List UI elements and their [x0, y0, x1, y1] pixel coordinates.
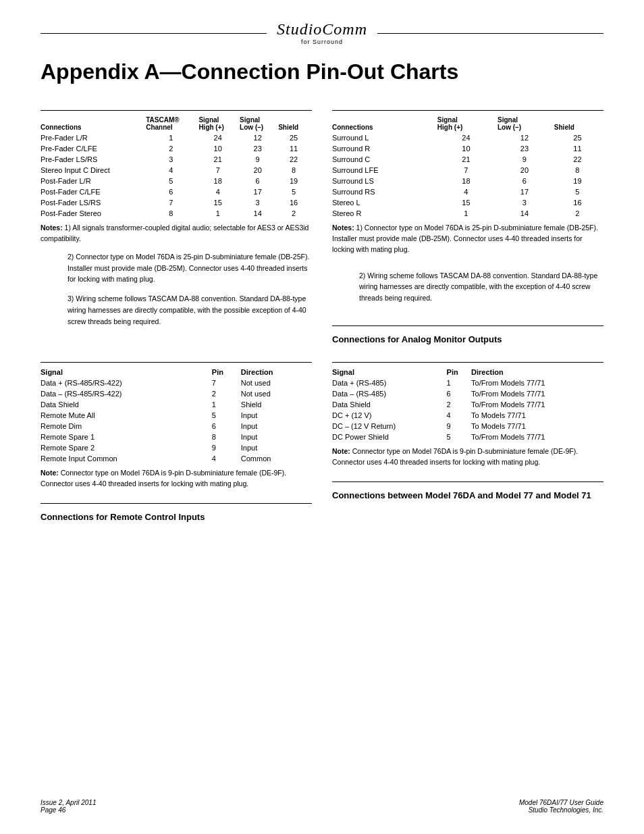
analog-table-divider — [332, 362, 603, 363]
table-cell: Remote Spare 1 — [41, 432, 212, 442]
table-cell: 11 — [278, 143, 312, 154]
table-cell: Post-Fader C/LFE — [41, 186, 146, 197]
table-cell: 23 — [498, 143, 554, 154]
table-cell: Surround RS — [332, 186, 437, 197]
table-cell: 7 — [212, 377, 241, 388]
right-notes-intro: Notes: — [332, 224, 356, 232]
table-cell: Stereo R — [332, 208, 437, 219]
table-cell: 8 — [278, 165, 312, 176]
table-cell: Not used — [241, 388, 312, 399]
table-cell: Post-Fader Stereo — [41, 208, 146, 219]
table-cell: 5 — [447, 432, 471, 442]
table-row: Post-Fader LS/RS715316 — [41, 197, 312, 208]
right-note1: 1) Connector type on Model 76DA is 25-pi… — [332, 224, 598, 253]
table-row: DC Power Shield5To/From Models 77/71 — [332, 432, 603, 442]
analog-monitor-col: Signal Pin Direction Data + (RS-485)1To/… — [332, 357, 603, 527]
table-cell: Surround L — [332, 132, 437, 143]
table-row: Post-Fader L/R518619 — [41, 176, 312, 186]
table-cell: Input — [241, 421, 312, 432]
left-note3-block: 3) Wiring scheme follows TASCAM DA-88 co… — [41, 293, 312, 327]
table-cell: 23 — [240, 143, 278, 154]
table-cell: 19 — [278, 176, 312, 186]
footer-right-line1: Model 76DAI/77 User Guide — [519, 799, 603, 806]
table-cell: 6 — [240, 176, 278, 186]
table-cell: 5 — [554, 186, 603, 197]
left-data-table: Connections TASCAM®Channel SignalHigh (+… — [41, 115, 312, 219]
digital-note: Note: Connector type on Model 76DA is 9-… — [41, 468, 312, 490]
table-cell: Data – (RS-485/RS-422) — [41, 388, 212, 399]
table-row: Remote Input Common4Common — [41, 453, 312, 464]
table-cell: To Models 77/71 — [471, 421, 603, 432]
table-cell: 6 — [498, 176, 554, 186]
table-cell: Post-Fader LS/RS — [41, 197, 146, 208]
table-row: Data + (RS-485)1To/From Models 77/71 — [332, 377, 603, 388]
am-col-direction: Direction — [471, 367, 603, 377]
table-cell: 24 — [198, 132, 240, 143]
rcol-shield: Shield — [554, 115, 603, 132]
table-cell: Data Shield — [41, 399, 212, 410]
footer-right: Model 76DAI/77 User Guide Studio Technol… — [519, 799, 603, 814]
rcol-signal-low: SignalLow (–) — [498, 115, 554, 132]
table-cell: 6 — [146, 186, 198, 197]
table-cell: Pre-Fader LS/RS — [41, 154, 146, 165]
table-cell: 11 — [554, 143, 603, 154]
table-cell: Pre-Fader L/R — [41, 132, 146, 143]
table-cell: 4 — [146, 165, 198, 176]
table-cell: 7 — [198, 165, 240, 176]
table-cell: 6 — [447, 388, 471, 399]
table-cell: 4 — [437, 186, 498, 197]
bottom-section: Signal Pin Direction Data + (RS-485/RS-4… — [41, 357, 603, 527]
table-cell: 2 — [554, 208, 603, 219]
digital-monitor-table: Signal Pin Direction Data + (RS-485/RS-4… — [41, 367, 312, 464]
table-cell: 10 — [437, 143, 498, 154]
table-cell: To Models 77/71 — [471, 410, 603, 421]
table-row: Remote Dim6Input — [41, 421, 312, 432]
table-cell: Common — [241, 453, 312, 464]
table-row: Surround RS4175 — [332, 186, 603, 197]
analog-note: Note: Connector type on Model 76DA is 9-… — [332, 446, 603, 468]
table-cell: 10 — [198, 143, 240, 154]
table-cell: 16 — [278, 197, 312, 208]
table-cell: 14 — [240, 208, 278, 219]
table-cell: Remote Mute All — [41, 410, 212, 421]
table-cell: 18 — [437, 176, 498, 186]
digital-header-row: Signal Pin Direction — [41, 367, 312, 377]
table-row: Stereo R1142 — [332, 208, 603, 219]
table-cell: 22 — [278, 154, 312, 165]
am-col-signal: Signal — [332, 367, 447, 377]
left-note1: 1) All signals transformer-coupled digit… — [41, 224, 308, 242]
right-data-table: Connections SignalHigh (+) SignalLow (–)… — [332, 115, 603, 219]
table-cell: Data + (RS-485/RS-422) — [41, 377, 212, 388]
page: StudioComm for Surround Appendix A—Conne… — [0, 0, 644, 834]
table-cell: 21 — [198, 154, 240, 165]
footer-left: Issue 2, April 2011 Page 46 — [41, 799, 96, 814]
table-cell: 25 — [554, 132, 603, 143]
table-cell: 2 — [212, 388, 241, 399]
table-cell: DC + (12 V) — [332, 410, 447, 421]
table-cell: 14 — [498, 208, 554, 219]
page-footer: Issue 2, April 2011 Page 46 Model 76DAI/… — [41, 799, 603, 814]
right-notes: Notes: 1) Connector type on Model 76DA i… — [332, 223, 603, 255]
table-cell: Data – (RS-485) — [332, 388, 447, 399]
table-cell: 1 — [212, 399, 241, 410]
table-row: Remote Spare 18Input — [41, 432, 312, 442]
remote-control-heading: Connections for Remote Control Inputs — [41, 512, 312, 522]
logo-main: StudioComm — [277, 20, 367, 38]
table-cell: DC Power Shield — [332, 432, 447, 442]
col-signal-high: SignalHigh (+) — [198, 115, 240, 132]
table-row: Data Shield2To/From Models 77/71 — [332, 399, 603, 410]
table-cell: 6 — [212, 421, 241, 432]
table-cell: Data Shield — [332, 399, 447, 410]
table-cell: Surround LS — [332, 176, 437, 186]
header-line-right — [376, 33, 603, 34]
table-cell: 15 — [437, 197, 498, 208]
left-note2: 2) Connector type on Model 76DA is 25-pi… — [68, 253, 309, 284]
left-col: Connections TASCAM®Channel SignalHigh (+… — [41, 105, 312, 350]
table-row: Surround R102311 — [332, 143, 603, 154]
table-row: Surround C21922 — [332, 154, 603, 165]
table-row: Pre-Fader LS/RS321922 — [41, 154, 312, 165]
table-cell: 4 — [212, 453, 241, 464]
table-cell: 9 — [498, 154, 554, 165]
table-cell: 5 — [146, 176, 198, 186]
table-cell: 18 — [198, 176, 240, 186]
